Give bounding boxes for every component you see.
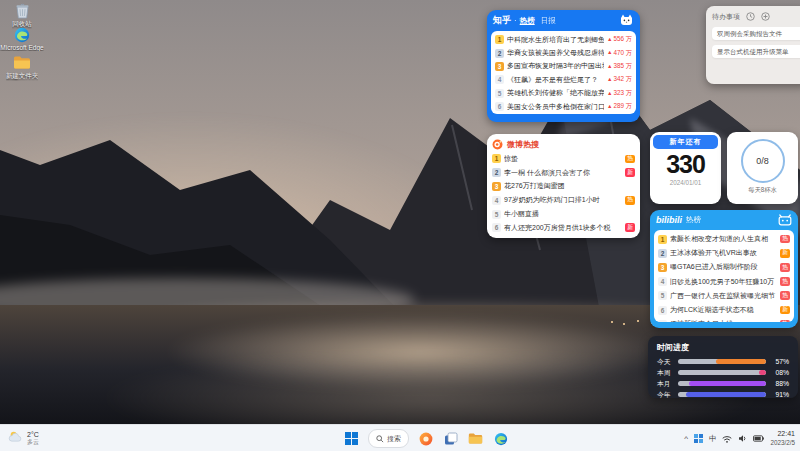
- progress-percent: 88%: [771, 380, 789, 387]
- bilibili-hot-item[interactable]: 3 曝GTA6已进入后期制作阶段 热: [658, 260, 790, 274]
- taskbar-weather-widget[interactable]: 2°C 多云: [5, 428, 42, 448]
- rank-badge: 6: [658, 306, 667, 315]
- bilibili-hot-item[interactable]: 1 素颜长相改变才知道的人生真相 热: [658, 232, 790, 246]
- volume-icon[interactable]: [738, 434, 747, 443]
- weibo-hot-item[interactable]: 2 李一桐 什么都演只会害了你 新: [492, 166, 635, 180]
- weibo-hot-item[interactable]: 5 牛小丽直播: [492, 207, 635, 221]
- heat-number: 470 万: [613, 49, 632, 58]
- status-badge: 热: [625, 155, 635, 164]
- desktop-icon-label: 新建文件夹: [6, 72, 39, 81]
- bilibili-brand: bilibili: [656, 215, 682, 225]
- taskbar-clock[interactable]: 22:41 2023/2/5: [770, 430, 795, 447]
- status-badge: 新: [625, 168, 635, 177]
- rank-badge: 5: [495, 89, 504, 98]
- weibo-hot-item[interactable]: 3 花276万打造闺蜜团: [492, 180, 635, 194]
- task-view-button[interactable]: [442, 429, 459, 449]
- widget-new-year-countdown[interactable]: 新年还有 330 2024/01/01: [650, 132, 721, 204]
- edge-icon: [13, 26, 32, 43]
- desktop-icon-folder[interactable]: 新建文件夹: [0, 54, 44, 81]
- progress-row: 今天 57%: [657, 356, 789, 367]
- countdown-date: 2024/01/01: [650, 179, 721, 186]
- tray-app-icon[interactable]: [694, 434, 703, 443]
- todo-item[interactable]: 显示台式机使用升级菜单: [712, 45, 800, 58]
- bilibili-hot-item[interactable]: 2 王冰冰体验开飞机VR出事故 新: [658, 246, 790, 260]
- edge-browser-button[interactable]: [492, 429, 509, 449]
- clock-time: 22:41: [777, 430, 795, 439]
- rank-badge: 5: [492, 210, 501, 219]
- time-progress-rows: 今天 57% 本周 08% 本月 88% 今年 91%: [657, 356, 789, 400]
- bilibili-hot-item[interactable]: 6 为何LCK近期选手状态不稳 新: [658, 303, 790, 317]
- todo-item[interactable]: 双周例会采购报告文件: [712, 27, 800, 40]
- hot-item-title: 牛小丽直播: [504, 209, 635, 219]
- heat-value: ▲385 万: [607, 62, 632, 71]
- status-badge: 热: [780, 320, 790, 322]
- progress-fill: [759, 370, 766, 375]
- weibo-hot-item[interactable]: 4 97岁奶奶为吃炸鸡门口排1小时 热: [492, 193, 635, 207]
- add-todo-icon[interactable]: [761, 12, 770, 21]
- progress-percent: 91%: [771, 391, 789, 398]
- bilibili-tab-hot[interactable]: 热榜: [686, 215, 701, 225]
- rank-badge: 1: [658, 235, 667, 244]
- folder-icon: [13, 54, 32, 71]
- tray-chevron-up-icon[interactable]: ^: [684, 435, 688, 443]
- countdown-header: 新年还有: [653, 135, 718, 149]
- file-explorer-button[interactable]: [467, 429, 484, 449]
- status-badge: 热: [625, 196, 635, 205]
- ime-indicator[interactable]: 中: [709, 434, 717, 444]
- hot-item-title: 王冰冰体验开飞机VR出事故: [670, 248, 777, 258]
- hot-item-title: 广西一银行人员在监狱被曝光细节: [670, 291, 777, 301]
- rank-badge: 2: [495, 49, 504, 58]
- hot-item-title: 多国宣布恢复时隔3年的中国出境团队游…: [507, 61, 604, 71]
- widget-bilibili-hotlist: bilibili 热榜 1 素颜长相改变才知道的人生真相 热 2 王冰冰体验开飞…: [650, 210, 798, 328]
- zhihu-hot-item[interactable]: 6 美国女公务员中多枪倒在家门口，竟… ▲289 万: [495, 100, 632, 113]
- zhihu-hot-item[interactable]: 5 英雄机长刘传健称「绝不能放弃自己… ▲323 万: [495, 87, 632, 100]
- bilibili-hot-item[interactable]: 5 广西一银行人员在监狱被曝光细节 热: [658, 289, 790, 303]
- progress-fill: [716, 359, 766, 364]
- start-button[interactable]: [343, 429, 360, 449]
- status-badge: 热: [780, 291, 790, 300]
- zhihu-list: 1 中科院水生所培育出了无刺鲫鱼，80… ▲556 万 2 华裔女孩被美国养父母…: [491, 31, 636, 114]
- hot-item-title: 李一桐 什么都演只会害了你: [504, 168, 622, 178]
- flame-icon: ▲: [607, 77, 612, 83]
- zhihu-hot-item[interactable]: 3 多国宣布恢复时隔3年的中国出境团队游… ▲385 万: [495, 60, 632, 73]
- bilibili-hot-item[interactable]: 4 旧钞兑换100元男子50年狂赚10万 热: [658, 275, 790, 289]
- progress-row: 本周 08%: [657, 367, 789, 378]
- heat-value: ▲289 万: [607, 102, 632, 111]
- flame-icon: ▲: [607, 91, 612, 97]
- status-badge: 热: [780, 263, 790, 272]
- bilibili-hot-item[interactable]: 7 原神新版本今日上线 热: [658, 317, 790, 322]
- zhihu-hot-item[interactable]: 2 华裔女孩被美国养父母残忍虐待致死十… ▲470 万: [495, 46, 632, 59]
- flame-icon: ▲: [607, 50, 612, 56]
- zhihu-tab-hot[interactable]: 热榜: [520, 16, 535, 26]
- progress-track: [678, 370, 766, 375]
- battery-icon[interactable]: [753, 435, 764, 442]
- zhihu-hot-item[interactable]: 4 《狂飙》是不是有些烂尾了？ ▲342 万: [495, 73, 632, 86]
- todo-title: 待办事项: [712, 12, 740, 22]
- rank-badge: 7: [658, 320, 667, 322]
- countdown-days: 330: [650, 149, 721, 179]
- hot-item-title: 花276万打造闺蜜团: [504, 181, 635, 191]
- status-badge: 新: [625, 223, 635, 232]
- progress-percent: 08%: [771, 369, 789, 376]
- wifi-icon[interactable]: [722, 435, 732, 443]
- weibo-hot-item[interactable]: 1 惊蛰 热: [492, 152, 635, 166]
- zhihu-hot-item[interactable]: 1 中科院水生所培育出了无刺鲫鱼，80… ▲556 万: [495, 33, 632, 46]
- taskbar-search-box[interactable]: 搜索: [368, 429, 409, 448]
- desktop: { "desktop": { "icons": [ { "label": "回收…: [0, 0, 800, 451]
- clock-date: 2023/2/5: [770, 439, 795, 447]
- pinned-app-icon[interactable]: [417, 429, 434, 449]
- rank-badge: 1: [492, 154, 501, 163]
- zhihu-header: 知乎 · 热榜 日报: [487, 10, 640, 31]
- progress-fill: [686, 392, 766, 397]
- widget-water-tracker[interactable]: 0/8 每天8杯水: [727, 132, 798, 204]
- hot-item-title: 为何LCK近期选手状态不稳: [670, 305, 777, 315]
- hot-item-title: 素颜长相改变才知道的人生真相: [670, 234, 777, 244]
- history-clock-icon[interactable]: [746, 12, 755, 21]
- zhihu-hot-item[interactable]: 7 如何评价2023年春节档电影的表现… ▲261 万: [495, 113, 632, 114]
- weibo-hot-item[interactable]: 6 有人还完200万房贷月供1块多个税 新: [492, 221, 635, 234]
- desktop-icon-edge[interactable]: Microsoft Edge: [0, 26, 44, 51]
- weather-icon: [8, 429, 23, 447]
- zhihu-tab-daily[interactable]: 日报: [541, 16, 556, 26]
- desktop-icon-recycle-bin[interactable]: 回收站: [0, 2, 44, 29]
- zhihu-brand: 知乎: [493, 14, 511, 27]
